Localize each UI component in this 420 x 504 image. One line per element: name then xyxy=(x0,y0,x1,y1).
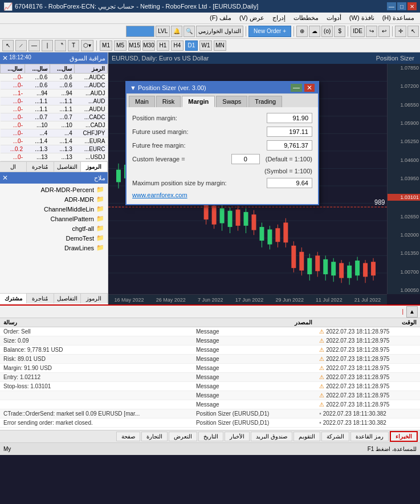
btab-history[interactable]: التاريخ xyxy=(198,432,223,441)
close-button[interactable]: ✕ xyxy=(407,2,417,10)
period-m1[interactable]: M1 xyxy=(100,40,112,51)
nav-tree-item[interactable]: 📁ADR-MDR-Percent xyxy=(1,185,107,194)
dialog-tab-risk[interactable]: Risk xyxy=(156,96,181,107)
line-tool[interactable]: ⟋ xyxy=(15,40,27,51)
undo-btn[interactable]: ↩ xyxy=(378,26,390,37)
btab-company[interactable]: الشركة xyxy=(321,432,349,441)
btab-base-currency[interactable]: رمز القاعدة xyxy=(350,432,389,441)
level-btn[interactable]: LVL xyxy=(156,26,170,37)
nav-tab-symbols[interactable]: الرموز xyxy=(81,294,108,303)
menu-tools[interactable]: أدوات xyxy=(323,14,345,22)
period-m5[interactable]: M5 xyxy=(114,40,127,51)
market-row[interactable]: USDJ... 13... 13... -0... xyxy=(1,153,108,161)
nav-tree-item[interactable]: 📁ChannelMiddleLin xyxy=(1,204,107,214)
btab-news[interactable]: الأخبار xyxy=(225,432,250,441)
volume-bar[interactable] xyxy=(126,26,154,37)
nav-tree-item[interactable]: 📁DrawLines xyxy=(1,243,107,253)
cloud-btn[interactable]: ☁ xyxy=(309,26,320,37)
market-row[interactable]: AUD... 1.1... 1.1... -0... xyxy=(1,97,108,105)
text-tool[interactable]: T xyxy=(68,40,79,51)
market-row[interactable]: CHFJPY 4... 4... -0... xyxy=(1,129,108,137)
tab-other[interactable]: ال xyxy=(0,162,27,172)
menu-window[interactable]: نافذة (W) xyxy=(346,14,378,22)
menu-file[interactable]: ملف (F) xyxy=(206,14,235,22)
tab-symbols[interactable]: الرموز xyxy=(81,162,108,172)
dialog-tab-trading[interactable]: Trading xyxy=(248,96,282,107)
shapes-tool[interactable]: ⬡▾ xyxy=(81,40,93,51)
dialog-close-button[interactable]: ✕ xyxy=(304,84,315,92)
log-row: Error sending order: market closed. Posi… xyxy=(0,418,420,428)
minimize-button[interactable]: — xyxy=(387,2,396,10)
channel-tool[interactable]: 〝 xyxy=(55,40,66,51)
period-h4[interactable]: H4 xyxy=(171,40,184,51)
period-mn[interactable]: MN xyxy=(214,40,226,51)
market-row[interactable]: AUDJ... 94... 94... -1... xyxy=(1,90,108,97)
btab-trade[interactable]: التجارة xyxy=(141,432,168,441)
market-row[interactable]: CADJ... 10... 10... -0... xyxy=(1,121,108,129)
dollar-btn[interactable]: $ xyxy=(334,26,345,37)
btab-calendar[interactable]: التقويم xyxy=(293,432,320,441)
signal-btn[interactable]: ⊕ xyxy=(296,26,308,37)
symbol-cell: USDJ... xyxy=(75,153,108,161)
btab-page[interactable]: صفحة xyxy=(116,432,140,441)
folder-icon: 📁 xyxy=(96,186,104,193)
hline-tool[interactable]: — xyxy=(28,40,40,51)
tab-details[interactable]: التفاصيل xyxy=(54,162,81,172)
market-row[interactable]: CADC... 0.7... 0.7... -0... xyxy=(1,113,108,121)
btab-experts[interactable]: الخبراء xyxy=(390,431,418,442)
market-row[interactable]: AUDU... 1.1... 1.1... -0... xyxy=(1,105,108,113)
menu-insert[interactable]: إدراج xyxy=(269,14,289,22)
tab-trade[interactable]: مُتاجرة xyxy=(27,162,54,172)
period-m30[interactable]: M30 xyxy=(142,40,155,51)
chart-indicator: Position Sizer xyxy=(376,55,414,62)
nav-tab-shared[interactable]: مشترك xyxy=(0,294,27,303)
vline-tool[interactable]: | xyxy=(42,40,53,51)
menu-view[interactable]: عرض (V) xyxy=(236,14,268,22)
nav-tree-item[interactable]: 📁ADR-MDR xyxy=(1,194,107,204)
ide-btn[interactable]: IDE xyxy=(350,26,365,37)
info-icon: • xyxy=(319,410,321,417)
market-row[interactable]: EURA... 1.4... 1.4... -0... xyxy=(1,137,108,145)
redo-btn[interactable]: ↪ xyxy=(366,26,377,37)
market-row[interactable]: AUDC... 0.6... 0.6... -0... xyxy=(1,82,108,90)
dialog-tab-swaps[interactable]: Swaps xyxy=(216,96,247,107)
market-watch-close[interactable]: ✕ xyxy=(2,54,8,62)
period-m15[interactable]: M15 xyxy=(128,40,141,51)
menu-charts[interactable]: مخططات xyxy=(290,14,322,22)
nav-tree-item[interactable]: 📁chgtf-all xyxy=(1,223,107,233)
new-order-button[interactable]: + New Order xyxy=(248,26,291,37)
nav-tree-item[interactable]: 📁DemoTest xyxy=(1,233,107,243)
btab-exposure[interactable]: التعرض xyxy=(169,432,197,441)
nav-tab-trade[interactable]: مُتاجرة xyxy=(27,294,54,303)
navigator-close[interactable]: ✕ xyxy=(2,174,8,182)
custom-leverage-input[interactable] xyxy=(231,154,260,164)
dialog-tab-margin[interactable]: Margin xyxy=(182,96,215,107)
period-w1[interactable]: W1 xyxy=(199,40,212,51)
alert-btn[interactable]: 🔔 xyxy=(171,26,182,37)
svg-rect-38 xyxy=(212,206,217,225)
maximize-button[interactable]: □ xyxy=(397,2,406,10)
market-row[interactable]: AUDC... 0.6... 0.6... -0... xyxy=(1,74,108,82)
market-row[interactable]: EURC... 1.3... 1.3... 0.2... xyxy=(1,145,108,153)
period-h1[interactable]: H1 xyxy=(157,40,169,51)
terminal-scroll[interactable]: رسالة المصدر الوقت Order: Sell Message ⚠… xyxy=(0,318,420,430)
search-btn[interactable]: 🔍 xyxy=(184,26,195,37)
symbol-cell: CADJ... xyxy=(75,121,108,129)
earnforex-link[interactable]: www.earnforex.com xyxy=(132,192,312,198)
terminal-scroll-up[interactable]: ▲ xyxy=(406,306,418,318)
cursor-tool[interactable]: ↖ xyxy=(2,40,14,51)
arrow-tool[interactable]: ↖ xyxy=(407,26,419,37)
warn-icon: ⚠ xyxy=(319,356,324,362)
crosshair-tool[interactable]: ✛ xyxy=(395,26,406,37)
nav-tree-item[interactable]: 📁ChannelPattern xyxy=(1,214,107,223)
menu-help[interactable]: مساعدة (H) xyxy=(379,14,418,22)
radio-btn[interactable]: (o) xyxy=(321,26,333,37)
svg-rect-14 xyxy=(116,170,121,182)
dialog-minimize-button[interactable]: — xyxy=(291,84,302,92)
nav-tab-details[interactable]: التفاصيل xyxy=(54,294,81,303)
period-d1[interactable]: D1 xyxy=(185,40,198,51)
dialog-tab-main[interactable]: Main xyxy=(129,96,155,107)
btab-mailbox[interactable]: صندوق البريد xyxy=(251,432,292,441)
algo-btn[interactable]: التداول الخوارزمي xyxy=(196,26,243,37)
svg-rect-50 xyxy=(259,227,264,241)
